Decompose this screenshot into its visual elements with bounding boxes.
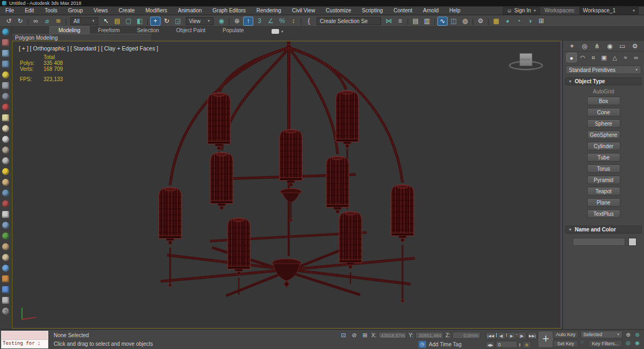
Plane[interactable]: Plane [587,198,620,207]
edit-named-selections-icon[interactable]: { [304,17,314,26]
tab-hierarchy[interactable]: ⋔ [591,42,603,50]
Box[interactable]: Box [587,97,620,105]
Teapot[interactable]: Teapot [587,187,620,195]
key-mode-dropdown[interactable]: Selected ▼ [581,331,623,338]
menu-item[interactable]: Help [444,8,466,13]
render-iterative-icon[interactable]: ◔ [514,17,524,26]
rectangular-selection-region-icon[interactable]: ▢ [123,17,134,26]
activeshade-icon[interactable]: ◑ [525,17,535,26]
select-and-manipulate-icon[interactable]: ⊕ [232,17,242,26]
Sphere[interactable]: Sphere [587,119,620,128]
viewport-orthographic[interactable]: [ + ] [ Orthographic ] [ Standard ] [ Cl… [12,41,561,329]
Cylinder[interactable]: Cylinder [587,142,620,150]
listener-script-line[interactable]: Testing for ; [2,340,48,348]
category-shapes[interactable]: ◠ [578,53,588,62]
cone-icon[interactable] [2,157,9,164]
menu-item[interactable]: Edit [19,8,39,13]
go-to-end-button[interactable]: ▶▶| [528,332,538,339]
menu-item[interactable]: File [0,8,19,13]
Torus[interactable]: Torus [587,164,620,173]
render-presets-icon[interactable]: ⊞ [536,17,546,26]
material-editor-icon[interactable]: ◍ [460,17,470,26]
unlink-selection-icon[interactable]: ⌀ [42,17,52,26]
separator[interactable]: | [64,17,68,26]
scene-explorer-icon[interactable]: ▥ [422,17,432,26]
menu-item[interactable]: Create [113,8,140,13]
keyboard-override-toggle-icon[interactable]: ↑ [243,17,253,26]
primitives-dropdown[interactable]: Standard Primitives ▼ [566,66,641,74]
chandelier-model[interactable] [12,41,561,328]
list-view-icon[interactable] [2,50,9,57]
undo-icon[interactable]: ↺ [4,17,14,26]
isolate-selection-icon[interactable]: ⊡ [339,332,348,339]
plane-icon[interactable] [2,114,9,121]
tab-modify[interactable]: ◎ [579,42,591,50]
z-coordinate-field[interactable]: 0,0mm [452,332,480,339]
separator[interactable]: | [433,17,436,26]
y-coordinate-field[interactable]: 30851,484 [415,332,443,339]
separator[interactable]: | [487,17,490,26]
spheres-compound-icon[interactable] [2,104,9,111]
category-systems[interactable]: ∞ [631,53,641,62]
menu-item[interactable]: Arnold [418,8,444,13]
viewcube[interactable]: FRONT [507,49,546,75]
select-and-rotate-icon[interactable]: ↻ [162,17,172,26]
category-geometry[interactable]: ● [566,53,577,62]
grab-hand-icon[interactable] [2,147,9,154]
auto-key-button[interactable]: Auto Key [553,331,579,338]
play-button[interactable]: ▶ [507,332,516,339]
molecule-icon[interactable] [2,200,9,207]
key-step-toggle[interactable]: ◀▶ [486,341,495,348]
pan-icon[interactable]: ↔ [633,347,642,349]
separator[interactable]: | [471,17,474,26]
mirror-icon[interactable]: ⋈ [384,17,394,26]
category-space-warps[interactable]: ≈ [620,53,630,62]
zoom-extents-all-icon[interactable]: ◉ [633,339,642,347]
tab-display[interactable]: ▭ [617,42,628,50]
window-crossing-icon[interactable]: ◧ [135,17,145,26]
absolute-mode-icon[interactable]: ⊞ [361,332,369,339]
dome-icon[interactable] [2,125,9,132]
tab-create[interactable]: + [566,42,578,50]
autogrid-checkbox[interactable]: AutoGrid [565,89,642,94]
doc-icon[interactable] [2,297,9,304]
layer-manager-icon[interactable]: ▤ [411,17,421,26]
select-by-name-icon[interactable]: ▤ [112,17,122,26]
x-coordinate-field[interactable]: 43918,57m [378,332,406,339]
menu-item[interactable]: Civil View [287,8,320,13]
snaps-toggle-3d-icon[interactable]: 3 [254,17,265,26]
object-type-header[interactable]: ▼ Object Type [565,77,642,85]
key-filter-paw-icon[interactable]: ∵ [581,340,587,345]
Selection[interactable]: Selection [128,27,167,34]
Cone[interactable]: Cone [587,108,620,117]
Pyramid[interactable]: Pyramid [587,176,620,184]
grid-array-icon[interactable] [2,61,9,68]
shaded-sphere-icon[interactable] [2,93,9,100]
Populate[interactable]: Populate [214,27,252,34]
scatter-icon[interactable] [2,190,9,197]
selection-filter-dropdown[interactable]: All ▼ [70,17,98,25]
leaf-icon[interactable] [2,232,9,239]
viewcube-cube[interactable]: FRONT [519,53,532,66]
blue-sphere-icon[interactable] [2,265,9,272]
Freeform[interactable]: Freeform [90,27,129,34]
zoom-extents-icon[interactable]: ◎ [624,339,633,347]
object-name-field[interactable] [573,238,625,246]
percent-snap-icon[interactable]: % [277,17,287,26]
help-icon[interactable]: ? [2,308,9,315]
frame-spinner[interactable]: ▲▼ [518,343,521,347]
maxscript-mini-listener[interactable]: Testing for ; [1,331,48,348]
rock-icon[interactable] [2,222,9,229]
next-frame-button[interactable]: |▶ [517,332,526,339]
display-panel-icon[interactable] [2,39,9,46]
align-icon[interactable]: ≡ [395,17,405,26]
torus-sphere-icon[interactable] [2,136,9,143]
separator[interactable]: | [406,17,409,26]
named-selection-set-field[interactable]: Create Selection Se [317,17,381,25]
select-and-scale-icon[interactable]: ◲ [173,17,183,26]
separator[interactable]: | [228,17,231,26]
rendered-frame-window-icon[interactable]: ▦ [491,17,501,26]
category-lights[interactable]: ¤ [589,53,598,62]
menu-item[interactable]: Scripting [356,8,388,13]
listener-macro-line[interactable] [2,331,48,340]
